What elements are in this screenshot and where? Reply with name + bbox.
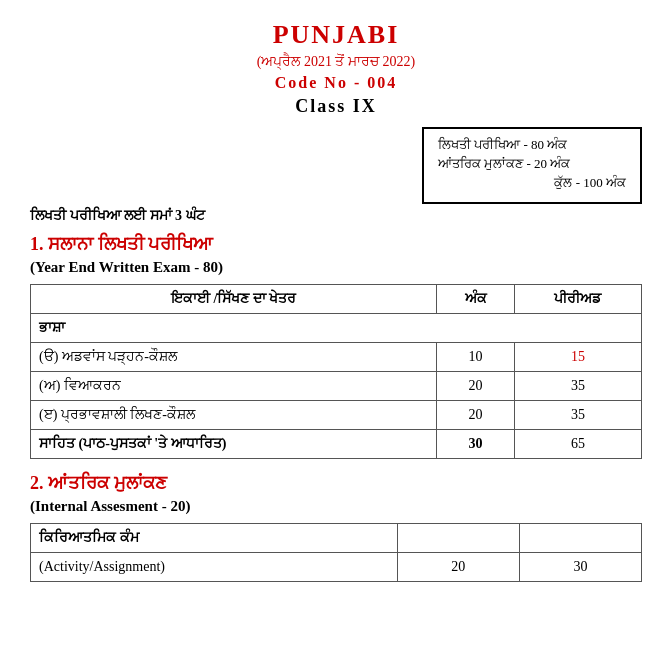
col-header-marks: ਅੰਕ [437,285,515,314]
row-activity-header-periods [519,524,641,553]
page-title: PUNJABI [30,20,642,50]
row-writing-marks: 20 [437,401,515,430]
row-advance-periods: 15 [514,343,641,372]
info-box-row-3: ਕੁੱਲ - 100 ਅੰਕ [438,175,626,191]
section1-subheading: (Year End Written Exam - 80) [30,259,642,276]
row-grammar-marks: 20 [437,372,515,401]
row-sahit-marks: 30 [437,430,515,459]
table-row: (ੳ) ਅਡਵਾਂਸ ਪੜ੍ਹਨ-ਕੌਸ਼ਲ 10 15 [31,343,642,372]
info-box-row-1: ਲਿਖਤੀ ਪਰੀਖਿਆ - 80 ਅੰਕ [438,137,626,153]
row-assignment-label: (Activity/Assignment) [31,553,398,582]
code-line: Code No - 004 [30,74,642,92]
row-activity-header-marks [397,524,519,553]
info-box-area: ਲਿਖਤੀ ਪਰੀਖਿਆ - 80 ਅੰਕ ਆਂਤਰਿਕ ਮੁਲਾਂਕਣ - 2… [30,127,642,204]
table-row: (ੲ) ਪ੍ਰਭਾਵਸ਼ਾਲੀ ਲਿਖਣ-ਕੌਸ਼ਲ 20 35 [31,401,642,430]
table-row: ਕਿਰਿਆਤਮਿਕ ਕੰਮ [31,524,642,553]
col-header-subject: ਇਕਾਈ /ਸਿੱਖਣ ਦਾ ਖੇਤਰ [31,285,437,314]
table-row: ਭਾਸ਼ਾ [31,314,642,343]
row-grammar-label: (ਅ) ਵਿਆਕਰਨ [31,372,437,401]
row-grammar-periods: 35 [514,372,641,401]
section2-subheading: (Internal Assesment - 20) [30,498,642,515]
row-sahit-periods: 65 [514,430,641,459]
subtitle: (ਅਪ੍ਰੈਲ 2021 ਤੋਂ ਮਾਰਚ 2022) [30,54,642,70]
section2-heading: 2. ਆਂਤਰਿਕ ਮੁਲਾਂਕਣ [30,473,642,494]
time-note: ਲਿਖਤੀ ਪਰੀਖਿਆ ਲਈ ਸਮਾਂ 3 ਘੰਟ [30,208,642,224]
class-line: Class IX [30,96,642,117]
row-assignment-marks: 20 [397,553,519,582]
section1-table: ਇਕਾਈ /ਸਿੱਖਣ ਦਾ ਖੇਤਰ ਅੰਕ ਪੀਰੀਅਡ ਭਾਸ਼ਾ (ੳ)… [30,284,642,459]
col-header-periods: ਪੀਰੀਅਡ [514,285,641,314]
row-assignment-periods: 30 [519,553,641,582]
section2-table: ਕਿਰਿਆਤਮਿਕ ਕੰਮ (Activity/Assignment) 20 3… [30,523,642,582]
row-activity-header-label: ਕਿਰਿਆਤਮਿਕ ਕੰਮ [31,524,398,553]
row-advance-marks: 10 [437,343,515,372]
row-advance-label: (ੳ) ਅਡਵਾਂਸ ਪੜ੍ਹਨ-ਕੌਸ਼ਲ [31,343,437,372]
row-sahit-label: ਸਾਹਿਤ (ਪਾਠ-ਪੁਸਤਕਾਂ 'ਤੇ ਆਧਾਰਿਤ) [31,430,437,459]
row-writing-periods: 35 [514,401,641,430]
table-row: ਸਾਹਿਤ (ਪਾਠ-ਪੁਸਤਕਾਂ 'ਤੇ ਆਧਾਰਿਤ) 30 65 [31,430,642,459]
row-bhasha-label: ਭਾਸ਼ਾ [31,314,642,343]
info-box-row-2: ਆਂਤਰਿਕ ਮੁਲਾਂਕਣ - 20 ਅੰਕ [438,156,626,172]
table-row: (Activity/Assignment) 20 30 [31,553,642,582]
table-row: (ਅ) ਵਿਆਕਰਨ 20 35 [31,372,642,401]
row-writing-label: (ੲ) ਪ੍ਰਭਾਵਸ਼ਾਲੀ ਲਿਖਣ-ਕੌਸ਼ਲ [31,401,437,430]
section1-heading: 1. ਸਲਾਨਾ ਲਿਖਤੀ ਪਰੀਖਿਆ [30,234,642,255]
info-box: ਲਿਖਤੀ ਪਰੀਖਿਆ - 80 ਅੰਕ ਆਂਤਰਿਕ ਮੁਲਾਂਕਣ - 2… [422,127,642,204]
